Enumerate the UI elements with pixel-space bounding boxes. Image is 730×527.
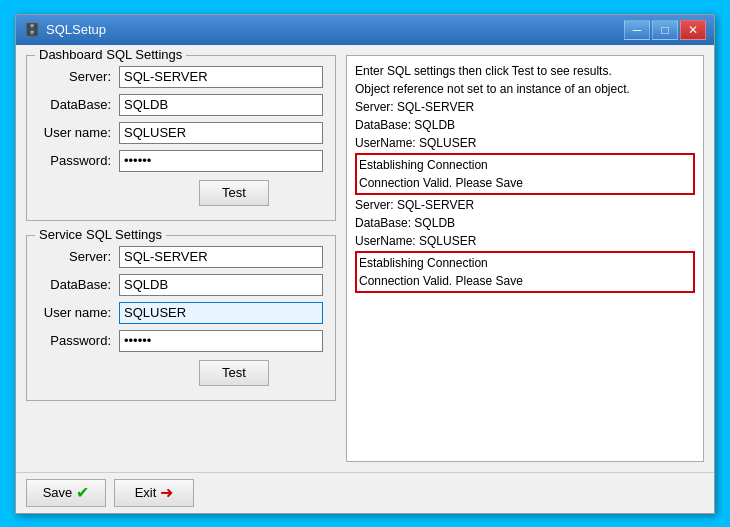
- log-line-1: Enter SQL settings then click Test to se…: [355, 62, 695, 80]
- service-database-label: DataBase:: [39, 277, 119, 292]
- service-database-input[interactable]: [119, 274, 323, 296]
- minimize-button[interactable]: ─: [624, 20, 650, 40]
- left-panel: Dashboard SQL Settings Server: DataBase:…: [26, 55, 336, 462]
- log-highlight2-line1: Establishing Connection: [359, 254, 691, 272]
- dashboard-database-input[interactable]: [119, 94, 323, 116]
- dashboard-password-label: Password:: [39, 153, 119, 168]
- log-line-6: Server: SQL-SERVER: [355, 196, 695, 214]
- log-line-8: UserName: SQLUSER: [355, 232, 695, 250]
- titlebar-controls: ─ □ ✕: [624, 20, 706, 40]
- log-highlight1-line2: Connection Valid. Please Save: [359, 174, 691, 192]
- main-window: 🗄️ SQLSetup ─ □ ✕ Dashboard SQL Settings…: [15, 14, 715, 514]
- dashboard-database-row: DataBase:: [39, 94, 323, 116]
- close-button[interactable]: ✕: [680, 20, 706, 40]
- dashboard-password-row: Password:: [39, 150, 323, 172]
- service-password-input[interactable]: [119, 330, 323, 352]
- dashboard-username-label: User name:: [39, 125, 119, 140]
- service-username-label: User name:: [39, 305, 119, 320]
- dashboard-group-title: Dashboard SQL Settings: [35, 47, 186, 62]
- dashboard-group: Dashboard SQL Settings Server: DataBase:…: [26, 55, 336, 221]
- titlebar-left: 🗄️ SQLSetup: [24, 22, 106, 38]
- dashboard-username-row: User name:: [39, 122, 323, 144]
- app-icon: 🗄️: [24, 22, 40, 38]
- dashboard-username-input[interactable]: [119, 122, 323, 144]
- save-label: Save: [43, 485, 73, 500]
- exit-icon: ➜: [160, 483, 173, 502]
- service-group: Service SQL Settings Server: DataBase: U…: [26, 235, 336, 401]
- service-test-button[interactable]: Test: [199, 360, 269, 386]
- dashboard-server-label: Server:: [39, 69, 119, 84]
- log-line-4: DataBase: SQLDB: [355, 116, 695, 134]
- log-highlight2-line2: Connection Valid. Please Save: [359, 272, 691, 290]
- log-line-7: DataBase: SQLDB: [355, 214, 695, 232]
- dashboard-password-input[interactable]: [119, 150, 323, 172]
- service-password-row: Password:: [39, 330, 323, 352]
- log-line-3: Server: SQL-SERVER: [355, 98, 695, 116]
- highlight-box-2: Establishing Connection Connection Valid…: [355, 251, 695, 293]
- save-button[interactable]: Save ✔: [26, 479, 106, 507]
- highlight-box-1: Establishing Connection Connection Valid…: [355, 153, 695, 195]
- log-line-2: Object reference not set to an instance …: [355, 80, 695, 98]
- content-area: Dashboard SQL Settings Server: DataBase:…: [16, 45, 714, 472]
- save-icon: ✔: [76, 483, 89, 502]
- titlebar: 🗄️ SQLSetup ─ □ ✕: [16, 15, 714, 45]
- service-server-row: Server:: [39, 246, 323, 268]
- exit-button[interactable]: Exit ➜: [114, 479, 194, 507]
- dashboard-test-button[interactable]: Test: [199, 180, 269, 206]
- service-server-input[interactable]: [119, 246, 323, 268]
- service-username-input[interactable]: [119, 302, 323, 324]
- log-highlight1-line1: Establishing Connection: [359, 156, 691, 174]
- log-line-5: UserName: SQLUSER: [355, 134, 695, 152]
- window-title: SQLSetup: [46, 22, 106, 37]
- dashboard-server-input[interactable]: [119, 66, 323, 88]
- dashboard-database-label: DataBase:: [39, 97, 119, 112]
- service-database-row: DataBase:: [39, 274, 323, 296]
- service-server-label: Server:: [39, 249, 119, 264]
- log-panel: Enter SQL settings then click Test to se…: [346, 55, 704, 462]
- footer: Save ✔ Exit ➜: [16, 472, 714, 513]
- maximize-button[interactable]: □: [652, 20, 678, 40]
- service-username-row: User name:: [39, 302, 323, 324]
- service-password-label: Password:: [39, 333, 119, 348]
- exit-label: Exit: [135, 485, 157, 500]
- service-group-title: Service SQL Settings: [35, 227, 166, 242]
- dashboard-server-row: Server:: [39, 66, 323, 88]
